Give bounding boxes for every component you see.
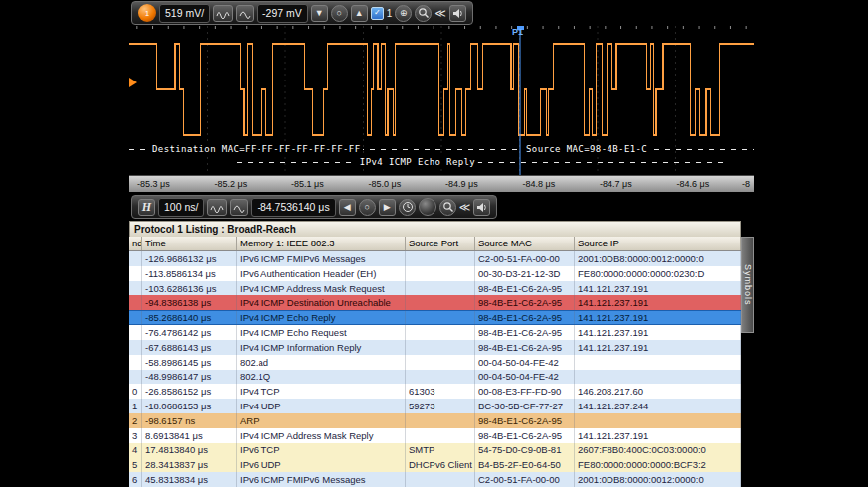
cell-source-ip: [575, 355, 741, 370]
cell-source-ip: FE80:0000:0000:0000:0230:D: [575, 266, 741, 281]
column-header-time: Time: [142, 237, 237, 250]
cell-source-ip: 141.121.237.191: [575, 295, 741, 310]
table-row[interactable]: 528.3413837 μsIPv6 UDPDHCPv6 ClientB4-B5…: [129, 457, 741, 472]
pan-left-button[interactable]: ◀: [339, 199, 356, 216]
trace-enable-checkbox[interactable]: ✓: [371, 7, 384, 20]
time-tick: -85.1 μs: [291, 179, 324, 189]
symbols-side-tab[interactable]: Symbols: [741, 237, 754, 333]
waveform-display[interactable]: P1 Destination MAC=FF-FF-FF-FF-FF-FF-FF …: [129, 26, 754, 175]
cell-source-ip: 2001:0DB8:0000:0012:0000:0: [575, 472, 741, 487]
protocol-listing-title: Protocol 1 Listing : BroadR-Reach: [129, 221, 741, 237]
table-row[interactable]: -67.6886143 μsIPv4 ICMP Information Repl…: [129, 340, 741, 355]
table-row[interactable]: -94.8386138 μsIPv4 ICMP Destination Unre…: [129, 295, 741, 310]
zoom-in-icon[interactable]: ⊕: [395, 5, 412, 22]
cell-source-mac: BC-30-5B-CF-77-27: [475, 399, 575, 413]
table-row[interactable]: 38.6913841 μsIPv4 ICMP Address Mask Repl…: [129, 428, 741, 443]
sine-icon: [233, 202, 245, 213]
cell-source-ip: FE80:0000:0000:0000:BCF3:2: [575, 457, 741, 472]
cell-source-mac: 98-4B-E1-C6-2A-95: [475, 295, 575, 310]
speaker-icon[interactable]: [449, 5, 466, 22]
cell-index: [129, 311, 142, 324]
column-header-source-port: Source Port: [406, 237, 475, 250]
table-row[interactable]: 1-18.0686153 μsIPv4 UDP59273BC-30-5B-CF-…: [129, 399, 741, 413]
cell-source-mac: C2-00-51-FA-00-00: [475, 251, 575, 266]
table-row[interactable]: 417.4813840 μsIPv6 TCPSMTP54-75-D0-C9-0B…: [129, 443, 741, 458]
cell-protocol: IPv4 ICMP Address Mask Reply: [237, 428, 406, 443]
cell-source-port: [406, 325, 475, 340]
cell-source-ip: 141.121.237.191: [575, 281, 741, 296]
cell-protocol: IPv4 ICMP Echo Request: [237, 325, 406, 340]
offset-up-button[interactable]: ▲: [351, 5, 368, 22]
table-row[interactable]: -113.8586134 μsIPv6 Authentication Heade…: [129, 266, 741, 281]
cell-source-ip: 141.121.237.191: [575, 340, 741, 355]
cell-time: 28.3413837 μs: [142, 457, 237, 472]
pan-zero-button[interactable]: ○: [359, 199, 376, 216]
cell-time: -113.8586134 μs: [142, 266, 237, 281]
cursor-p1-label[interactable]: P1: [512, 27, 523, 37]
offset-zero-button[interactable]: ○: [331, 5, 348, 22]
horizontal-offset-field[interactable]: -84.7536140 μs: [251, 198, 335, 217]
column-header-protocol: Memory 1: IEEE 802.3: [237, 237, 406, 250]
cell-source-port: 59273: [406, 399, 475, 413]
cell-protocol: IPv6 TCP: [237, 443, 406, 458]
cell-protocol: IPv4 ICMP Information Reply: [237, 340, 406, 355]
table-row[interactable]: 645.8313834 μsIPv6 ICMP FMIPv6 MessagesC…: [129, 472, 741, 487]
cell-source-mac: 98-4B-E1-C6-2A-95: [475, 340, 575, 355]
collapse-chevrons-icon[interactable]: ≪: [434, 8, 446, 19]
table-row[interactable]: -76.4786142 μsIPv4 ICMP Echo Request98-4…: [129, 325, 741, 340]
timebase-field[interactable]: 100 ns/: [158, 198, 204, 217]
trigger-level-marker-icon[interactable]: [129, 78, 137, 87]
cell-source-ip: 2607:F8B0:400C:0C03:0000:0: [575, 443, 741, 458]
cell-source-port: [406, 340, 475, 355]
oscilloscope-screen: 1 519 mV/ -297 mV ▼ ○ ▲ ✓ 1 ⊕ ≪: [0, 0, 868, 487]
sine-icon: [239, 8, 251, 19]
offset-down-button[interactable]: ▼: [311, 5, 328, 22]
cell-index: 6: [129, 472, 142, 487]
cell-protocol: IPv4 ICMP Address Mask Request: [237, 281, 406, 296]
cell-source-mac: 00-04-50-04-FE-42: [475, 355, 575, 370]
table-row[interactable]: 2-98.6157 nsARP98-4B-E1-C6-2A-95: [129, 413, 741, 428]
cell-protocol: ARP: [237, 413, 406, 428]
horizontal-toolbar: H 100 ns/ -84.7536140 μs ◀ ○ ▶ ≪: [131, 195, 497, 219]
table-row[interactable]: 0-26.8586152 μsIPv4 TCP6130300-08-E3-FF-…: [129, 384, 741, 399]
speaker-icon[interactable]: [473, 199, 490, 216]
horizontal-descriptor-button[interactable]: H: [138, 199, 155, 216]
cell-index: 4: [129, 443, 142, 458]
waveform-coarse-button[interactable]: [207, 199, 227, 216]
waveform-fine-button[interactable]: [236, 5, 254, 22]
waveform-fine-button[interactable]: [230, 199, 248, 216]
collapse-chevrons-icon[interactable]: ≪: [459, 202, 471, 213]
cell-index: [129, 251, 142, 266]
cell-protocol: IPv6 UDP: [237, 457, 406, 472]
cell-source-port: [406, 295, 475, 310]
cell-time: -94.8386138 μs: [142, 295, 237, 310]
magnifier-icon[interactable]: [439, 199, 456, 216]
magnifier-icon[interactable]: [415, 5, 432, 22]
cell-protocol: IPv6 ICMP FMIPv6 Messages: [237, 251, 406, 266]
double-sine-icon: [210, 202, 224, 213]
decode-annotation-protocol: IPv4 ICMP Echo Reply: [129, 157, 754, 169]
table-row[interactable]: -85.2686140 μsIPv4 ICMP Echo Reply98-4B-…: [129, 310, 741, 325]
table-row[interactable]: -58.8986145 μs802.ad00-04-50-04-FE-42: [129, 355, 741, 370]
cell-source-port: [406, 311, 475, 324]
table-row[interactable]: -48.9986147 μs802.1Q00-04-50-04-FE-42: [129, 370, 741, 385]
cell-time: -103.6286136 μs: [142, 281, 237, 296]
vertical-scale-field[interactable]: 519 mV/: [159, 4, 210, 23]
trace-descriptor-button[interactable]: 1: [138, 4, 156, 22]
cell-source-ip: 141.121.237.244: [575, 399, 741, 413]
clock-icon[interactable]: [399, 199, 416, 216]
table-row[interactable]: -126.9686132 μsIPv6 ICMP FMIPv6 Messages…: [129, 251, 741, 266]
waveform-coarse-button[interactable]: [213, 5, 233, 22]
pan-right-button[interactable]: ▶: [379, 199, 396, 216]
vertical-offset-field[interactable]: -297 mV: [257, 4, 308, 23]
cell-source-mac: 00-04-50-04-FE-42: [475, 370, 575, 385]
cell-source-port: SMTP: [406, 443, 475, 458]
cell-source-port: [406, 413, 475, 428]
cell-protocol: IPv4 UDP: [237, 399, 406, 413]
time-tick: -85.2 μs: [215, 179, 248, 189]
trackball-icon[interactable]: [419, 198, 436, 216]
table-row[interactable]: -103.6286136 μsIPv4 ICMP Address Mask Re…: [129, 281, 741, 296]
cell-time: -26.8586152 μs: [142, 384, 237, 399]
cell-time: -48.9986147 μs: [142, 370, 237, 385]
column-header-source-ip: Source IP: [575, 237, 741, 250]
